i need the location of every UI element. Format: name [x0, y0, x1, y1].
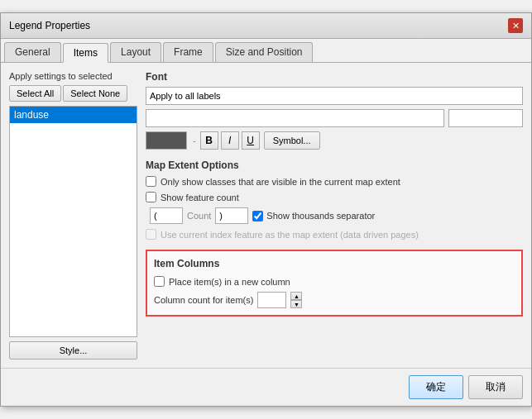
font-apply-dropdown-wrapper: Apply to all labels — [146, 87, 523, 105]
place-items-row: Place item(s) in a new column — [154, 276, 515, 287]
column-count-row: Column count for item(s) 1 ▲ ▼ — [154, 292, 515, 308]
column-count-label: Column count for item(s) — [154, 295, 253, 305]
close-button[interactable]: ✕ — [508, 18, 523, 33]
confirm-button[interactable]: 确定 — [409, 375, 463, 399]
list-item[interactable]: landuse — [10, 107, 137, 123]
index-feature-checkbox[interactable] — [146, 229, 156, 240]
right-pane: Font Apply to all labels — [146, 71, 523, 359]
two-pane-layout: Apply settings to selected Select All Se… — [9, 71, 523, 359]
thousands-separator-label: Show thousands separator — [266, 211, 375, 221]
tab-layout[interactable]: Layout — [110, 42, 161, 62]
font-style-row: - B I U Symbol... — [146, 131, 523, 150]
item-columns-label: Item Columns — [154, 258, 515, 269]
spinner-down-button[interactable]: ▼ — [290, 300, 302, 308]
tab-bar: General Items Layout Frame Size and Posi… — [1, 39, 531, 63]
select-buttons-row: Select All Select None — [9, 85, 137, 102]
tab-general[interactable]: General — [4, 42, 61, 62]
legend-properties-dialog: Legend Properties ✕ General Items Layout… — [0, 12, 532, 407]
italic-button[interactable]: I — [221, 131, 239, 150]
feature-count-label: Show feature count — [161, 193, 239, 202]
font-apply-dropdown[interactable]: Apply to all labels — [146, 87, 523, 105]
main-content: Apply settings to selected Select All Se… — [1, 63, 531, 368]
apply-settings-label: Apply settings to selected — [9, 71, 137, 81]
tab-items[interactable]: Items — [63, 43, 108, 63]
select-none-button[interactable]: Select None — [63, 85, 127, 102]
visible-classes-checkbox[interactable] — [146, 176, 156, 187]
visible-classes-row: Only show classes that are visible in th… — [146, 176, 523, 187]
underline-button[interactable]: U — [242, 131, 260, 150]
dialog-footer: 确定 取消 — [1, 368, 531, 406]
count-prefix-input[interactable] — [150, 207, 183, 224]
font-apply-row: Apply to all labels — [146, 87, 523, 105]
font-size-dropdown[interactable] — [448, 109, 523, 127]
dialog-title: Legend Properties — [9, 20, 90, 31]
font-style-buttons: B I U — [200, 131, 260, 150]
cancel-button[interactable]: 取消 — [468, 375, 523, 399]
title-bar: Legend Properties ✕ — [1, 13, 531, 39]
select-all-button[interactable]: Select All — [9, 85, 61, 102]
index-feature-label: Use current index feature as the map ext… — [161, 230, 419, 240]
place-items-checkbox[interactable] — [154, 276, 165, 287]
index-feature-row: Use current index feature as the map ext… — [146, 229, 523, 240]
spinner-buttons: ▲ ▼ — [290, 292, 302, 308]
tab-frame[interactable]: Frame — [163, 42, 213, 62]
font-color-preview[interactable] — [146, 131, 187, 150]
items-list[interactable]: landuse — [9, 106, 137, 337]
style-button[interactable]: Style... — [9, 341, 137, 359]
thousands-separator-row: Show thousands separator — [252, 211, 375, 221]
place-items-label: Place item(s) in a new column — [169, 277, 290, 287]
count-field-label: Count — [187, 211, 211, 221]
font-name-size-row — [146, 109, 523, 127]
feature-count-row: Show feature count — [146, 192, 523, 202]
count-input-row: Count Show thousands separator — [146, 207, 523, 224]
font-section-label: Font — [146, 71, 523, 83]
font-name-wrapper — [146, 109, 444, 127]
bold-button[interactable]: B — [200, 131, 218, 150]
column-count-input[interactable]: 1 — [257, 292, 286, 308]
font-size-wrapper — [448, 109, 523, 127]
item-columns-section: Item Columns Place item(s) in a new colu… — [146, 250, 523, 317]
feature-count-checkbox[interactable] — [146, 192, 156, 202]
font-section: Font Apply to all labels — [146, 71, 523, 150]
tab-size-position[interactable]: Size and Position — [215, 42, 314, 62]
map-extent-section: Map Extent Options Only show classes tha… — [146, 160, 523, 240]
font-name-dropdown[interactable] — [146, 109, 444, 127]
left-pane: Apply settings to selected Select All Se… — [9, 71, 137, 359]
spinner-up-button[interactable]: ▲ — [290, 292, 302, 300]
visible-classes-label: Only show classes that are visible in th… — [161, 177, 400, 187]
thousands-separator-checkbox[interactable] — [252, 211, 263, 221]
count-suffix-input[interactable] — [215, 207, 248, 224]
symbol-button[interactable]: Symbol... — [264, 131, 320, 150]
map-extent-title: Map Extent Options — [146, 160, 523, 171]
